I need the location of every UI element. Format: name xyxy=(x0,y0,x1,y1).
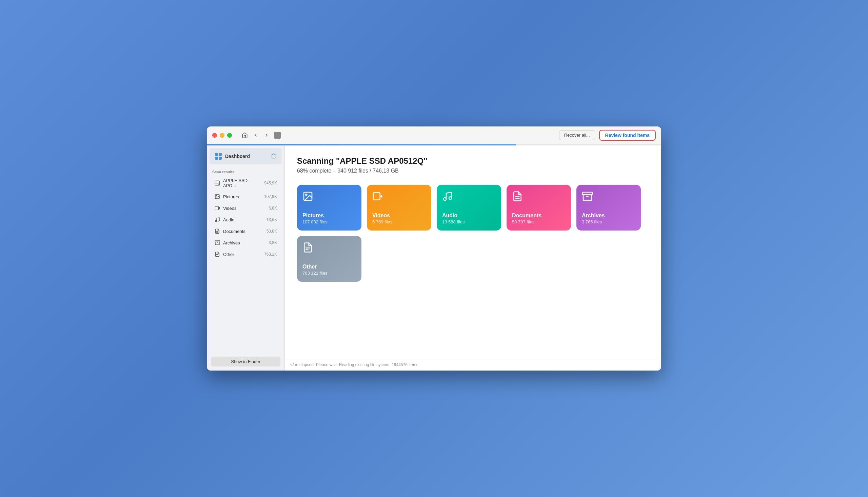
other-card-count: 763 121 files xyxy=(302,271,356,275)
minimize-button[interactable] xyxy=(220,133,225,138)
archives-card-name: Archives xyxy=(582,213,636,219)
documents-card-icon xyxy=(512,191,566,204)
sidebar-item-name-other: Other xyxy=(223,252,261,257)
main-area: Dashboard Scan results APPLE SSD APO... … xyxy=(207,145,661,371)
videos-card-icon xyxy=(372,191,426,204)
sidebar-item-count-pictures: 107,9K xyxy=(264,194,277,199)
sidebar-item-documents[interactable]: Documents 50,8K xyxy=(209,226,282,237)
archives-card-count: 3 765 files xyxy=(582,219,636,224)
sidebar-item-drive[interactable]: APPLE SSD APO... 945,9K xyxy=(209,175,282,190)
show-in-finder-button[interactable]: Show in Finder xyxy=(211,357,281,367)
svg-point-8 xyxy=(218,220,219,222)
sidebar-footer: Show in Finder xyxy=(207,353,284,371)
pictures-icon xyxy=(214,194,220,200)
sidebar-item-name-drive: APPLE SSD APO... xyxy=(223,178,261,188)
svg-point-4 xyxy=(216,196,217,196)
scan-results-label: Scan results xyxy=(207,167,284,175)
category-card-videos[interactable]: Videos 6 769 files xyxy=(367,185,431,230)
app-window: Recover all... Review found items Dashbo… xyxy=(207,126,661,371)
other-icon xyxy=(214,251,220,257)
pictures-card-count: 107 882 files xyxy=(302,219,356,224)
category-card-archives[interactable]: Archives 3 765 files xyxy=(577,185,641,230)
documents-card-count: 50 787 files xyxy=(512,219,566,224)
progress-bar-fill xyxy=(207,144,516,145)
sidebar-item-count-other: 763,1K xyxy=(264,252,277,257)
nav-buttons xyxy=(240,130,281,140)
recover-all-button[interactable]: Recover all... xyxy=(559,130,595,140)
svg-rect-5 xyxy=(215,207,218,210)
videos-icon xyxy=(214,205,220,211)
drive-icon xyxy=(214,180,220,186)
loading-spinner xyxy=(271,154,276,159)
audio-icon xyxy=(214,217,220,223)
pictures-card-icon xyxy=(302,191,356,204)
category-card-other[interactable]: Other 763 121 files xyxy=(297,236,361,282)
other-card-icon xyxy=(302,242,356,255)
sidebar-item-audio[interactable]: Audio 13,6K xyxy=(209,214,282,225)
videos-card-name: Videos xyxy=(372,213,426,219)
category-card-audio[interactable]: Audio 13 588 files xyxy=(437,185,501,230)
home-button[interactable] xyxy=(240,130,250,140)
pictures-card-name: Pictures xyxy=(302,213,356,219)
documents-icon xyxy=(214,228,220,234)
audio-card-icon xyxy=(442,191,496,204)
maximize-button[interactable] xyxy=(227,133,232,138)
status-bar: <1m elapsed. Please wait. Reading existi… xyxy=(285,359,661,371)
scan-subtitle: 68% complete – 940 912 files / 746,13 GB xyxy=(297,168,649,174)
sidebar-item-archives[interactable]: Archives 3,8K xyxy=(209,237,282,248)
sidebar-item-name-pictures: Pictures xyxy=(223,194,261,199)
svg-point-18 xyxy=(443,198,446,200)
sidebar-item-count-archives: 3,8K xyxy=(269,240,277,245)
scan-title: Scanning "APPLE SSD AP0512Q" xyxy=(297,156,649,166)
videos-card-count: 6 769 files xyxy=(372,219,426,224)
svg-rect-22 xyxy=(582,192,592,195)
svg-point-2 xyxy=(218,184,219,184)
titlebar: Recover all... Review found items xyxy=(207,126,661,144)
sidebar-item-name-archives: Archives xyxy=(223,240,266,245)
forward-button[interactable] xyxy=(262,130,271,140)
content-inner: Scanning "APPLE SSD AP0512Q" 68% complet… xyxy=(285,145,661,359)
sidebar-item-name-audio: Audio xyxy=(223,217,264,223)
documents-card-name: Documents xyxy=(512,213,566,219)
sidebar-item-count-videos: 6,8K xyxy=(269,206,277,211)
sidebar-item-other[interactable]: Other 763,1K xyxy=(209,249,282,260)
category-card-documents[interactable]: Documents 50 787 files xyxy=(507,185,571,230)
other-card-name: Other xyxy=(302,264,356,270)
sidebar-item-count-drive: 945,9K xyxy=(264,181,277,185)
stop-button[interactable] xyxy=(274,132,281,139)
progress-bar-container xyxy=(207,144,661,145)
sidebar: Dashboard Scan results APPLE SSD APO... … xyxy=(207,145,285,371)
svg-point-15 xyxy=(305,194,307,195)
svg-rect-16 xyxy=(373,193,380,200)
category-card-pictures[interactable]: Pictures 107 882 files xyxy=(297,185,361,230)
sidebar-item-videos[interactable]: Videos 6,8K xyxy=(209,203,282,214)
archives-card-icon xyxy=(582,191,636,204)
sidebar-item-count-documents: 50,8K xyxy=(267,229,277,233)
svg-point-7 xyxy=(215,221,217,222)
back-button[interactable] xyxy=(251,130,260,140)
svg-rect-11 xyxy=(215,241,220,242)
sidebar-item-pictures[interactable]: Pictures 107,9K xyxy=(209,191,282,202)
traffic-lights xyxy=(212,133,232,138)
sidebar-item-name-videos: Videos xyxy=(223,206,266,211)
svg-point-19 xyxy=(449,197,452,199)
archives-icon xyxy=(214,240,220,246)
audio-card-count: 13 588 files xyxy=(442,219,496,224)
sidebar-item-count-audio: 13,6K xyxy=(267,217,277,222)
review-found-items-button[interactable]: Review found items xyxy=(599,130,656,141)
dashboard-label: Dashboard xyxy=(225,154,268,159)
category-grid: Pictures 107 882 files xyxy=(297,185,649,282)
sidebar-item-name-documents: Documents xyxy=(223,229,264,234)
content-area: Scanning "APPLE SSD AP0512Q" 68% complet… xyxy=(285,145,661,371)
close-button[interactable] xyxy=(212,133,217,138)
audio-card-name: Audio xyxy=(442,213,496,219)
sidebar-dashboard[interactable]: Dashboard xyxy=(210,148,282,165)
dashboard-icon xyxy=(215,153,222,160)
